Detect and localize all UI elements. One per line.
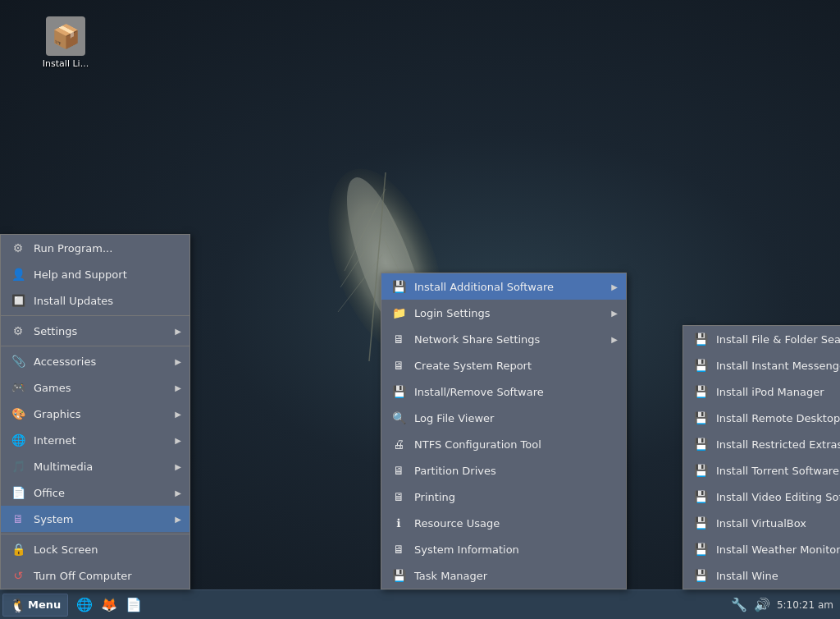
instant-messenger-icon: 💾 [692, 356, 710, 374]
menu-item-lock-screen[interactable]: 🔒 Lock Screen [1, 536, 189, 562]
ntfs-config-label: NTFS Configuration Tool [414, 438, 618, 451]
taskbar-volume-icon[interactable]: 🔊 [754, 597, 770, 612]
taskbar-icon-files[interactable]: 📄 [123, 594, 144, 616]
graphics-icon: 🎨 [9, 405, 27, 423]
install-additional-arrow: ▶ [611, 282, 618, 291]
settings-arrow: ▶ [175, 327, 181, 336]
menu-item-ntfs-config[interactable]: 🖨 NTFS Configuration Tool [381, 431, 626, 457]
file-folder-search-label: Install File & Folder Search [716, 333, 840, 346]
menu-item-login-settings[interactable]: 📁 Login Settings ▶ [381, 300, 626, 326]
graphics-arrow: ▶ [175, 410, 181, 419]
internet-icon: 🌐 [9, 431, 27, 449]
games-label: Games [34, 382, 175, 394]
lock-screen-icon: 🔒 [9, 540, 27, 558]
menu-item-partition-drives[interactable]: 🖥 Partition Drives [381, 457, 626, 484]
menu-item-resource-usage[interactable]: ℹ Resource Usage [381, 510, 626, 536]
install-additional-label: Install Additional Software [414, 281, 611, 293]
main-menu: ⚙ Run Program... 👤 Help and Support 🔲 In… [0, 234, 190, 589]
separator-2 [1, 346, 189, 346]
menu-item-virtualbox[interactable]: 💾 Install VirtualBox [683, 510, 840, 536]
ipod-manager-icon: 💾 [692, 383, 710, 401]
taskbar-icon-globe[interactable]: 🌐 [74, 594, 95, 616]
weather-monitor-icon: 💾 [692, 540, 710, 558]
menu-item-install-updates[interactable]: 🔲 Install Updates [1, 287, 189, 314]
menu-item-settings[interactable]: ⚙ Settings ▶ [1, 318, 189, 344]
menu-item-log-viewer[interactable]: 🔍 Log File Viewer [381, 405, 626, 431]
separator-3 [1, 534, 189, 534]
menu-item-graphics[interactable]: 🎨 Graphics ▶ [1, 401, 189, 427]
taskbar-system-tray: 🔧 🔊 5:10:21 am [731, 597, 840, 612]
install-updates-label: Install Updates [34, 295, 181, 307]
accessories-label: Accessories [34, 355, 175, 368]
desktop-icon-label: Install Li... [43, 58, 89, 69]
remote-desktop-label: Install Remote Desktop [716, 412, 840, 424]
taskbar-menu-button[interactable]: 🐧 Menu [2, 594, 68, 617]
menu-item-network-share[interactable]: 🖥 Network Share Settings ▶ [381, 326, 626, 352]
run-program-label: Run Program... [34, 242, 181, 254]
menu-item-ipod-manager[interactable]: 💾 Install iPod Manager [683, 378, 840, 405]
menu-item-accessories[interactable]: 📎 Accessories ▶ [1, 348, 189, 374]
restricted-extras-label: Install Restricted Extras [716, 438, 840, 451]
network-share-icon: 🖥 [390, 330, 408, 348]
taskbar-quick-launch: 🌐 🦊 📄 [74, 594, 144, 616]
multimedia-arrow: ▶ [175, 462, 181, 471]
menu-item-help-support[interactable]: 👤 Help and Support [1, 261, 189, 287]
menu-item-instant-messenger[interactable]: 💾 Install Instant Messenger [683, 352, 840, 378]
menu-item-create-report[interactable]: 🖥 Create System Report [381, 352, 626, 378]
login-settings-label: Login Settings [414, 307, 611, 319]
menu-item-system[interactable]: 🖥 System ▶ [1, 506, 189, 532]
taskbar-menu-label: Menu [28, 598, 61, 611]
internet-label: Internet [34, 434, 175, 447]
menu-item-file-folder-search[interactable]: 💾 Install File & Folder Search [683, 326, 840, 352]
multimedia-icon: 🎵 [9, 457, 27, 475]
help-support-icon: 👤 [9, 265, 27, 283]
virtualbox-icon: 💾 [692, 514, 710, 532]
login-settings-icon: 📁 [390, 304, 408, 322]
desktop-icon-install[interactable]: 📦 Install Li... [33, 16, 98, 69]
menu-item-turn-off[interactable]: ↺ Turn Off Computer [1, 562, 189, 589]
games-icon: 🎮 [9, 378, 27, 397]
menu-item-games[interactable]: 🎮 Games ▶ [1, 374, 189, 401]
menu-item-restricted-extras[interactable]: 💾 Install Restricted Extras [683, 431, 840, 457]
menu-item-system-info[interactable]: 🖥 System Information [381, 536, 626, 562]
create-report-label: Create System Report [414, 360, 618, 372]
menu-item-torrent-software[interactable]: 💾 Install Torrent Software [683, 457, 840, 484]
video-editing-label: Install Video Editing Software [716, 491, 840, 503]
taskbar-icon-firefox[interactable]: 🦊 [98, 594, 120, 616]
resource-usage-label: Resource Usage [414, 517, 618, 530]
office-label: Office [34, 487, 175, 499]
wine-label: Install Wine [716, 570, 840, 582]
restricted-extras-icon: 💾 [692, 435, 710, 453]
menu-item-multimedia[interactable]: 🎵 Multimedia ▶ [1, 453, 189, 479]
settings-icon: ⚙ [9, 322, 27, 340]
instant-messenger-label: Install Instant Messenger [716, 360, 840, 372]
menu-item-video-editing[interactable]: 💾 Install Video Editing Software [683, 484, 840, 510]
office-arrow: ▶ [175, 488, 181, 497]
menu-item-wine[interactable]: 💾 Install Wine [683, 562, 840, 589]
wine-icon: 💾 [692, 566, 710, 585]
multimedia-label: Multimedia [34, 461, 175, 473]
partition-drives-label: Partition Drives [414, 465, 618, 477]
menu-item-office[interactable]: 📄 Office ▶ [1, 479, 189, 506]
menu-item-run-program[interactable]: ⚙ Run Program... [1, 235, 189, 261]
file-folder-search-icon: 💾 [692, 330, 710, 348]
menu-item-internet[interactable]: 🌐 Internet ▶ [1, 427, 189, 453]
menu-item-task-manager[interactable]: 💾 Task Manager [381, 562, 626, 589]
video-editing-icon: 💾 [692, 488, 710, 506]
menu-item-install-additional[interactable]: 💾 Install Additional Software ▶ [381, 273, 626, 300]
menu-item-remote-desktop[interactable]: 💾 Install Remote Desktop [683, 405, 840, 431]
office-icon: 📄 [9, 484, 27, 502]
network-share-arrow: ▶ [611, 335, 618, 344]
weather-monitor-label: Install Weather Monitor [716, 543, 840, 556]
virtualbox-label: Install VirtualBox [716, 517, 840, 530]
resource-usage-icon: ℹ [390, 514, 408, 532]
menu-item-install-remove[interactable]: 💾 Install/Remove Software [381, 378, 626, 405]
taskbar-network-icon[interactable]: 🔧 [731, 597, 747, 612]
torrent-software-icon: 💾 [692, 461, 710, 479]
menu-item-printing[interactable]: 🖥 Printing [381, 484, 626, 510]
menu-item-weather-monitor[interactable]: 💾 Install Weather Monitor [683, 536, 840, 562]
help-support-label: Help and Support [34, 268, 181, 281]
network-share-label: Network Share Settings [414, 333, 611, 346]
settings-label: Settings [34, 325, 175, 337]
graphics-label: Graphics [34, 408, 175, 420]
